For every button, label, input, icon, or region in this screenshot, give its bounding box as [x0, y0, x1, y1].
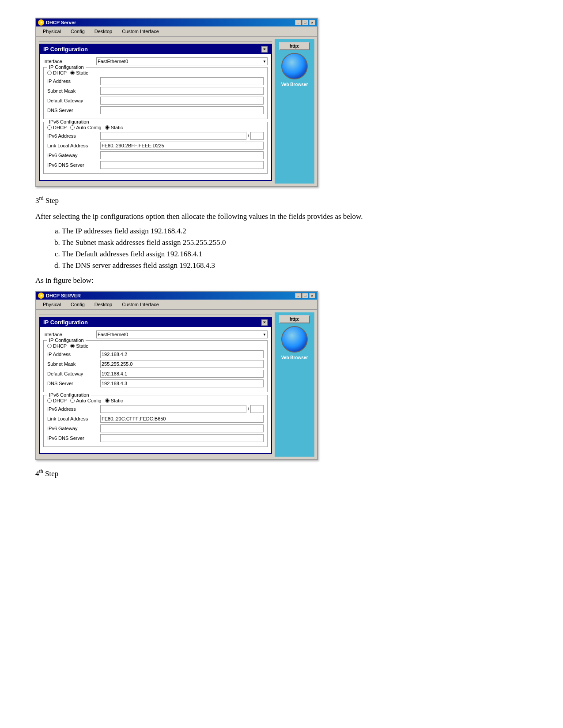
interface-select2[interactable]: FastEthernet0 ▼	[96, 330, 268, 338]
default-gateway-label: Default Gateway	[47, 98, 100, 103]
menu2-physical[interactable]: Physical	[39, 300, 65, 308]
ipv6-autoconfig-radio-item2[interactable]: Auto Config	[70, 398, 101, 403]
static-radio2[interactable]	[70, 344, 75, 348]
link-local-input[interactable]	[100, 142, 264, 150]
ipv6-address-input2[interactable]	[100, 405, 246, 413]
ipv6-static-radio-item[interactable]: Static	[105, 125, 123, 130]
default-gateway-label2: Default Gateway	[47, 371, 100, 376]
minimize2-button[interactable]: -	[295, 293, 301, 298]
subnet-mask-row2: Subnet Mask	[47, 360, 264, 368]
ipv6-address-input[interactable]	[100, 132, 246, 140]
ip-address-input2[interactable]	[100, 350, 264, 358]
close-button[interactable]: ×	[309, 20, 315, 25]
default-gateway-input[interactable]	[100, 97, 264, 105]
ip-config-box2: IP Configuration × Interface FastEtherne…	[39, 317, 272, 454]
radio-row-ipv6-2: DHCP Auto Config Static	[47, 398, 264, 403]
interface-value2: FastEthernet0	[98, 332, 128, 337]
ip-config-close-btn2[interactable]: ×	[261, 319, 268, 326]
ipv6-section-legend: IPv6 Configuration	[47, 119, 91, 124]
list-item-a: The IP addresses field assign 192.168.4.…	[62, 227, 528, 236]
ipv6-gateway-row: IPv6 Gateway	[47, 151, 264, 159]
ipv6-static-radio[interactable]	[105, 125, 110, 130]
dhcp-radio-item2[interactable]: DHCP	[47, 343, 67, 349]
default-gateway-input2[interactable]	[100, 370, 264, 378]
ipv6-autoconfig-radio[interactable]	[70, 125, 75, 130]
ip-address-input[interactable]	[100, 77, 264, 85]
ip-config-close-btn[interactable]: ×	[261, 46, 268, 53]
http-button[interactable]: http:	[279, 42, 310, 50]
list-item-b: The Subnet mask addresses field assign 2…	[62, 238, 528, 247]
prefix-length-input[interactable]	[250, 132, 264, 140]
window2-menubar: Physical Config Desktop Custom Interface	[36, 300, 317, 310]
ip-config-title-bar: IP Configuration ×	[40, 45, 271, 54]
step4-heading: 4th Step	[35, 468, 528, 478]
ipv6-dns-input[interactable]	[100, 161, 264, 169]
minimize-button[interactable]: -	[295, 20, 301, 25]
prefix-length-input2[interactable]	[250, 405, 264, 413]
subnet-mask-input[interactable]	[100, 87, 264, 95]
ipv6-dhcp-radio-item[interactable]: DHCP	[47, 125, 67, 130]
ipv6-gateway-input[interactable]	[100, 151, 264, 159]
as-in-figure-label: As in figure below:	[35, 274, 528, 286]
menu2-config[interactable]: Config	[67, 300, 89, 308]
interface-select[interactable]: FastEthernet0 ▼	[96, 57, 268, 65]
ipv6-dns-label: IPv6 DNS Server	[47, 162, 100, 168]
ipv6-static-radio-item2[interactable]: Static	[105, 398, 123, 403]
subnet-mask-input2[interactable]	[100, 360, 264, 368]
slash-divider2: /	[246, 406, 250, 412]
list-item-d: The DNS server addresses field assign 19…	[62, 261, 528, 270]
ipv6-gateway-input2[interactable]	[100, 424, 264, 432]
radio-row-ip2: DHCP Static	[47, 343, 264, 349]
web-browser-label: Veb Browser	[281, 82, 308, 87]
ipv6-gateway-label2: IPv6 Gateway	[47, 426, 100, 431]
ipv6-section2: IPv6 Configuration DHCP Auto Config S	[43, 395, 268, 447]
ip-section-legend2: IP Configuration	[47, 338, 86, 343]
static-label: Static	[76, 70, 88, 75]
ipv6-autoconfig-radio2[interactable]	[70, 398, 75, 403]
right-panel: http: Veb Browser	[275, 39, 314, 184]
close2-button[interactable]: ×	[309, 293, 315, 298]
window1: ☀ DHCP Server - □ × Physical Config Desk…	[35, 18, 318, 187]
ipv6-address-label2: IPv6 Address	[47, 406, 100, 412]
menu-config[interactable]: Config	[67, 27, 89, 35]
link-local-input2[interactable]	[100, 415, 264, 423]
http-button2[interactable]: http:	[279, 315, 310, 323]
dhcp-radio[interactable]	[47, 71, 52, 75]
maximize-button[interactable]: □	[302, 20, 308, 25]
dns-server-input[interactable]	[100, 106, 264, 114]
titlebar2-left: ☀ DHCP SERVER	[38, 293, 81, 299]
dhcp-radio-item[interactable]: DHCP	[47, 70, 67, 75]
ipv6-autoconfig-radio-item[interactable]: Auto Config	[70, 125, 101, 130]
menu-physical[interactable]: Physical	[39, 27, 65, 35]
ip-config-heading: IP Configuration	[43, 46, 88, 53]
ipv6-dhcp-radio2[interactable]	[47, 398, 52, 403]
dns-server-input2[interactable]	[100, 379, 264, 387]
menu2-custom-interface[interactable]: Custom Interface	[118, 300, 163, 308]
main-panel: IP Configuration × Interface FastEtherne…	[39, 39, 272, 184]
instruction-list: The IP addresses field assign 192.168.4.…	[62, 227, 528, 270]
menu-desktop[interactable]: Desktop	[91, 27, 116, 35]
ipv6-address-row2: IPv6 Address /	[47, 405, 264, 413]
window1-titlebar: ☀ DHCP Server - □ ×	[36, 19, 317, 26]
ipv6-dns-input2[interactable]	[100, 434, 264, 442]
ip-section: IP Configuration DHCP Static IP Address	[43, 67, 268, 119]
ipv6-dhcp-radio-item2[interactable]: DHCP	[47, 398, 67, 403]
menu-custom-interface[interactable]: Custom Interface	[118, 27, 163, 35]
static-label2: Static	[76, 343, 88, 349]
link-local-row: Link Local Address	[47, 142, 264, 150]
ipv6-section-legend2: IPv6 Configuration	[47, 392, 91, 398]
dhcp-radio2[interactable]	[47, 344, 52, 348]
maximize2-button[interactable]: □	[302, 293, 308, 298]
static-radio-item2[interactable]: Static	[70, 343, 88, 349]
static-radio[interactable]	[70, 71, 75, 75]
interface-label2: Interface	[43, 332, 96, 337]
ip-section2: IP Configuration DHCP Static IP Address	[43, 340, 268, 392]
ipv6-dhcp-radio[interactable]	[47, 125, 52, 130]
select-arrow2-icon: ▼	[263, 333, 266, 337]
ipv6-static-radio2[interactable]	[105, 398, 110, 403]
ipv6-dns-row: IPv6 DNS Server	[47, 161, 264, 169]
ip-section-legend: IP Configuration	[47, 64, 86, 70]
subnet-mask-row: Subnet Mask	[47, 87, 264, 95]
menu2-desktop[interactable]: Desktop	[91, 300, 116, 308]
static-radio-item[interactable]: Static	[70, 70, 88, 75]
